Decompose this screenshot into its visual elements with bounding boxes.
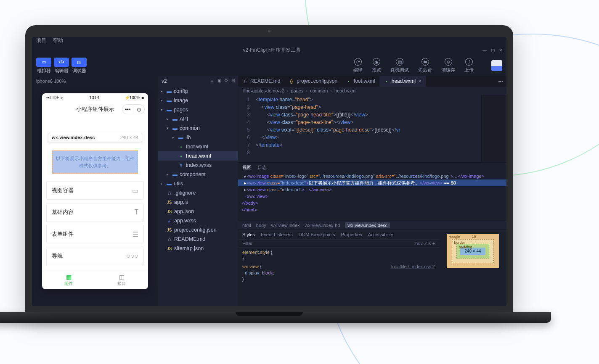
dom-node[interactable]: </html>: [241, 206, 503, 213]
breadcrumb-item[interactable]: pages: [291, 88, 304, 93]
folder-common[interactable]: ▾▬common: [158, 124, 238, 133]
folder-config[interactable]: ▸▬config: [158, 87, 238, 96]
folder-pages[interactable]: ▾▬pages: [158, 105, 238, 114]
dom-node[interactable]: ▸<wx-view class="index-bd">…</wx-view>: [241, 186, 503, 193]
menu-帮助[interactable]: 帮助: [53, 37, 63, 45]
folder-icon: ▬: [167, 98, 172, 103]
capsule-more-icon[interactable]: •••: [122, 105, 133, 114]
toolbar-真机调试[interactable]: ▤真机调试: [390, 58, 409, 73]
tabbar-组件[interactable]: ▦组件: [42, 271, 95, 289]
close-icon[interactable]: ✕: [499, 48, 502, 53]
toolbar-预览[interactable]: ◉预览: [372, 58, 381, 73]
maximize-icon[interactable]: ▢: [491, 48, 495, 53]
highlighted-element[interactable]: 以下将展示小程序官方组件能力，组件样式仅供参考。: [52, 150, 138, 174]
toolbar-上传[interactable]: ⤴上传: [464, 58, 474, 73]
file-app.js[interactable]: JSapp.js: [158, 198, 238, 207]
dom-node[interactable]: ▸<wx-image class="index-logo" src="../re…: [241, 173, 503, 179]
css-rule[interactable]: localfile:/_index.css:2wx-view { display…: [242, 264, 435, 282]
css-rules[interactable]: element.style {}</span><span class="css-…: [238, 248, 439, 306]
file-head.wxml[interactable]: ▪head.wxml: [158, 151, 238, 161]
styles-tab-event-listeners[interactable]: Event Listeners: [261, 232, 293, 237]
folder-component[interactable]: ▸▬component: [158, 170, 238, 179]
toolbar-清缓存[interactable]: ⊘清缓存: [441, 58, 455, 73]
collapse-icon[interactable]: ⊟: [231, 78, 235, 84]
filter-input[interactable]: Filter: [242, 241, 252, 246]
code-editor[interactable]: 12345678 <template name="head"> <view cl…: [238, 95, 506, 162]
file-sitemap.json[interactable]: JSsitemap.json: [158, 244, 238, 253]
minimize-icon[interactable]: —: [482, 48, 487, 53]
capsule-menu[interactable]: ••• ⊙: [122, 104, 145, 114]
tab-README.md[interactable]: ⎙README.md: [238, 76, 284, 87]
file-foot.wxml[interactable]: ▪foot.wxml: [158, 142, 238, 151]
code-content[interactable]: <template name="head"> <view class="page…: [253, 95, 481, 162]
file-icon: #: [178, 163, 184, 168]
list-item[interactable]: 视图容器▭: [46, 181, 144, 200]
styles-tab-dom-breakpoints[interactable]: DOM Breakpoints: [299, 232, 335, 237]
dom-crumb[interactable]: wx-view.index-desc: [345, 222, 390, 228]
filter-controls[interactable]: :hov .cls +: [414, 241, 435, 246]
capsule-close-icon[interactable]: ⊙: [133, 105, 144, 114]
dom-node[interactable]: </wx-view>: [241, 193, 503, 200]
styles-tab-accessibility[interactable]: Accessibility: [368, 232, 393, 237]
explorer-actions: ＋ ▣ ⟳ ⊟: [210, 78, 235, 84]
file-app.wxss[interactable]: #app.wxss: [158, 216, 238, 225]
avatar[interactable]: [491, 60, 502, 71]
refresh-icon[interactable]: ⟳: [225, 78, 228, 84]
new-folder-icon[interactable]: ▣: [217, 78, 221, 84]
list-item[interactable]: 基础内容T: [46, 203, 144, 222]
folder-utils[interactable]: ▸▬utils: [158, 179, 238, 188]
mode-调试器[interactable]: ⫿⫿调试器: [72, 58, 87, 74]
styles-tab-properties[interactable]: Properties: [341, 232, 362, 237]
toolbar-编译[interactable]: ⟳编译: [353, 58, 363, 73]
toolbar-切后台[interactable]: ⇆切后台: [418, 58, 432, 73]
breadcrumb-item[interactable]: common: [310, 88, 328, 93]
dom-node[interactable]: ▸<wx-view class="index-desc">以下将展示小程序官方组…: [238, 179, 506, 186]
mode-编辑器[interactable]: </>编辑器: [54, 58, 69, 74]
tab-label: foot.wxml: [354, 78, 375, 84]
folder-image[interactable]: ▸▬image: [158, 96, 238, 105]
file-icon: ⎙: [167, 237, 172, 242]
list-item[interactable]: 表单组件☰: [46, 225, 144, 243]
file-.gitignore[interactable]: ⎙.gitignore: [158, 188, 238, 198]
folder-API[interactable]: ▸▬API: [158, 114, 238, 124]
menu-项目[interactable]: 项目: [36, 37, 46, 45]
tree-label: component: [180, 171, 206, 177]
dom-crumb[interactable]: wx-view.index: [271, 223, 300, 228]
file-tree: ▸▬config▸▬image▾▬pages▸▬API▾▬common▸▬lib…: [158, 87, 238, 306]
window-title: v2-FinClip小程序开发工具: [61, 47, 482, 54]
file-project.config.json[interactable]: JSproject.config.json: [158, 225, 238, 235]
tabbar-接口[interactable]: ◫接口: [95, 271, 148, 289]
file-index.wxss[interactable]: #index.wxss: [158, 161, 238, 170]
tab-foot.wxml[interactable]: ▪foot.wxml: [342, 76, 379, 87]
dom-crumb[interactable]: html: [242, 223, 251, 228]
tabs-overflow-icon[interactable]: •••: [495, 79, 506, 84]
minimap[interactable]: [481, 95, 506, 162]
file-app.json[interactable]: JSapp.json: [158, 207, 238, 216]
toolbar-label: 编译: [353, 67, 363, 73]
elements-tab-日志[interactable]: 日志: [257, 164, 267, 171]
dom-node[interactable]: </body>: [241, 200, 503, 206]
tab-head.wxml[interactable]: ▪head.wxml✕: [379, 76, 426, 87]
list-item[interactable]: 导航○○○: [46, 247, 144, 265]
styles-tab-styles[interactable]: Styles: [242, 232, 255, 237]
box-model: margin 10 border - padding - 240 × 44: [439, 230, 506, 306]
tab-close-icon[interactable]: ✕: [418, 79, 421, 84]
dom-crumb[interactable]: body: [256, 223, 266, 228]
file-README.md[interactable]: ⎙README.md: [158, 235, 238, 244]
breadcrumb-item[interactable]: fino-applet-demo-v2: [243, 88, 284, 93]
project-root[interactable]: v2: [162, 78, 167, 84]
caret-icon: ▾: [161, 108, 164, 112]
breadcrumb-item[interactable]: head.wxml: [334, 88, 357, 93]
dom-tree[interactable]: ▸<wx-image class="index-logo" src="../re…: [238, 172, 506, 221]
elements-tab-视图[interactable]: 视图: [242, 164, 252, 171]
mode-模拟器[interactable]: ▭模拟器: [36, 58, 51, 74]
dom-crumb[interactable]: wx-view.index-hd: [305, 223, 340, 228]
new-file-icon[interactable]: ＋: [210, 78, 214, 84]
toolbar-icon: ⊘: [445, 58, 452, 66]
titlebar: v2-FinClip小程序开发工具 — ▢ ✕: [32, 45, 506, 55]
camera-dot: [268, 30, 270, 32]
folder-lib[interactable]: ▸▬lib: [158, 133, 238, 142]
css-rule[interactable]: element.style {}: [242, 249, 435, 262]
tree-label: README.md: [174, 236, 205, 242]
tab-project.config.json[interactable]: {}project.config.json: [284, 76, 342, 87]
